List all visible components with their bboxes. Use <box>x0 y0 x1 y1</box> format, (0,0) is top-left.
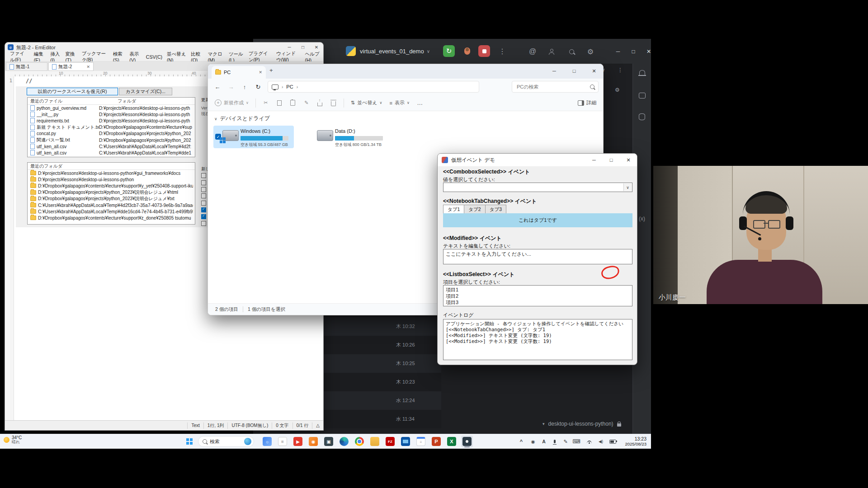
tab-untitled-1[interactable]: 無題-1 <box>6 62 47 71</box>
tab-untitled-2[interactable]: 無題-2 ✕ <box>48 62 94 71</box>
rerun-button[interactable]: ↻ <box>443 45 455 57</box>
sort-button[interactable]: ⇅ 並べ替え ∨ <box>349 99 385 106</box>
tk-titlebar[interactable]: 仮想イベント デモ ─ □ ✕ <box>438 154 637 166</box>
delete-button[interactable] <box>328 98 339 108</box>
minimize-button[interactable]: ─ <box>585 154 603 166</box>
tab-3[interactable]: タブ3 <box>486 205 506 214</box>
list-item[interactable]: 木 10:26 <box>324 336 441 354</box>
menu-tools[interactable]: ツール(L) <box>226 51 246 63</box>
minimize-button[interactable]: ─ <box>610 39 626 64</box>
checkbox-icon[interactable] <box>201 180 206 185</box>
volume-tray-icon[interactable]: ◀) <box>596 434 606 449</box>
address-bar[interactable]: › PC › <box>268 81 479 93</box>
menu-edit[interactable]: 編集(E) <box>32 51 48 63</box>
recent-file-row[interactable]: 関連パス一覧.txtD:¥Dropbox¥galapagos¥projects¥… <box>28 137 195 143</box>
menu-search[interactable]: 検索(S) <box>111 51 127 63</box>
recent-folder-row[interactable]: C:¥Users¥kbrah¥AppData¥Local¥Temp¥4d2f3c… <box>28 202 195 208</box>
more-options-button[interactable]: … <box>415 98 425 108</box>
menu-compare[interactable]: 比較(O) <box>189 51 205 63</box>
recent-folder-row[interactable]: D:¥Dropbox¥galapagos¥contents¥lecture¥su… <box>28 183 195 189</box>
details-pane-toggle[interactable]: 詳細 <box>576 99 599 106</box>
taskbar-icon-documents[interactable]: ≡ <box>277 436 288 447</box>
stop-button[interactable] <box>478 45 490 57</box>
database-icon[interactable] <box>633 113 651 120</box>
taskbar-icon-widgets[interactable]: ☼ <box>261 436 273 447</box>
checkbox-icon[interactable] <box>201 221 206 226</box>
share-button[interactable] <box>315 98 326 108</box>
recent-file-row[interactable]: __init__.pyD:¥projects¥lessons¥desktop-u… <box>28 111 195 117</box>
cut-button[interactable]: ✂ <box>260 98 271 108</box>
breadcrumb[interactable]: PC <box>286 84 293 89</box>
taskbar-icon-filezilla[interactable]: FZ <box>384 436 396 447</box>
new-item-button[interactable]: + 新規作成 ∨ <box>212 99 251 106</box>
recent-file-row[interactable]: python_gui_overview.mdD:¥projects¥lesson… <box>28 105 195 111</box>
refresh-button[interactable]: ↻ <box>251 84 265 90</box>
search-input[interactable] <box>516 84 590 90</box>
taskbar-icon-excel[interactable]: X <box>446 436 458 447</box>
menu-sort[interactable]: 並べ替え(N) <box>165 51 189 63</box>
recent-folder-row[interactable]: C:¥Users¥kbrah¥AppData¥Local¥Temp¥dde16c… <box>28 208 195 215</box>
forward-button[interactable]: → <box>224 84 238 90</box>
menu-macros[interactable]: マクロ(M) <box>206 51 226 63</box>
copy-button[interactable] <box>274 98 285 108</box>
rename-button[interactable]: ✎ <box>301 98 312 108</box>
listbox-item[interactable]: 項目3 <box>446 299 630 305</box>
search-icon[interactable] <box>565 45 578 58</box>
taskbar-icon-notepad[interactable]: ≡ <box>415 436 427 447</box>
menu-csv[interactable]: CSV(C) <box>144 54 165 60</box>
recent-file-row[interactable]: concat.pyD:¥Dropbox¥galapagos¥projects¥p… <box>28 131 195 137</box>
checkbox-checked-icon[interactable] <box>201 207 206 212</box>
recent-folder-row[interactable]: D:¥Dropbox¥galapagos¥projects¥python_202… <box>28 189 195 196</box>
recent-folder-row[interactable]: D:¥Dropbox¥galapagos¥contents¥lecture¥su… <box>28 215 195 221</box>
drive-windows-c[interactable]: ✓ Windows (C:) 空き領域 55.3 GB/487 GB <box>213 126 294 148</box>
restore-workspace-button[interactable]: 以前のワークスペースを復元(R) <box>27 88 118 95</box>
taskbar-icon-photos[interactable]: ◉ <box>307 436 319 447</box>
menu-convert[interactable]: 変換(T) <box>63 51 80 63</box>
recent-folder-row[interactable]: D:¥projects¥lessons¥desktop-ui-lessons-p… <box>28 170 195 176</box>
taskbar-clock[interactable]: 13:23 2025/08/23 <box>625 436 646 446</box>
maximize-button[interactable]: □ <box>626 39 641 64</box>
close-button[interactable]: ✕ <box>641 39 656 64</box>
debug-button[interactable] <box>461 45 473 57</box>
weather-widget[interactable]: 34°C 晴れ <box>4 436 22 444</box>
paste-button[interactable] <box>288 98 298 108</box>
listbox[interactable]: 項目1 項目2 項目3 <box>443 285 632 306</box>
close-button[interactable]: ✕ <box>585 64 603 78</box>
start-button[interactable] <box>186 438 193 445</box>
recent-file-row[interactable]: utf_ken_all.csvC:¥Users¥kbrah¥AppData¥Lo… <box>28 150 195 156</box>
hidden-icons-chevron[interactable]: ^ <box>516 434 526 449</box>
taskbar-icon-powerpoint[interactable]: P <box>430 436 442 447</box>
explorer-search-box[interactable] <box>512 81 599 93</box>
combobox[interactable]: ∨ <box>443 183 632 192</box>
mic-tray-icon[interactable] <box>550 434 560 449</box>
add-user-icon[interactable] <box>545 45 558 58</box>
list-item[interactable]: 水 11:34 <box>324 410 441 428</box>
maximize-button[interactable]: □ <box>565 64 583 78</box>
taskbar-icon-remote-desktop[interactable] <box>400 436 411 447</box>
tab-1[interactable]: タブ1 <box>443 205 464 214</box>
checkbox-icon[interactable] <box>201 201 206 206</box>
menu-insert[interactable]: 挿入(I) <box>48 51 63 63</box>
up-button[interactable]: ↑ <box>238 84 251 90</box>
wifi-tray-icon[interactable] <box>584 434 594 449</box>
checkbox-icon[interactable] <box>201 187 206 192</box>
recent-file-row[interactable]: utf_ken_all.csvC:¥Users¥kbrah¥AppData¥Lo… <box>28 143 195 150</box>
maximize-button[interactable]: □ <box>603 154 620 166</box>
copilot-icon[interactable]: @ <box>526 45 539 58</box>
settings-gear-icon[interactable]: ⚙ <box>584 45 597 58</box>
drive-data-d[interactable]: Data (D:) 空き領域 800 GB/1.34 TB <box>308 126 388 148</box>
list-item[interactable]: 木 10:23 <box>324 373 441 391</box>
recent-file-row[interactable]: requirements.txtD:¥projects¥lessons¥desk… <box>28 117 195 124</box>
text-widget[interactable]: ここにテキストを入力してください... <box>443 249 632 264</box>
checkbox-checked-icon[interactable] <box>201 214 206 219</box>
devices-and-drives-header[interactable]: ∨ デバイスとドライブ <box>214 115 270 122</box>
event-log[interactable]: アプリケーション開始 - 各ウィジェットを操作してイベントを確認してください [… <box>443 319 632 360</box>
camera-tray-icon[interactable]: ◉ <box>528 434 538 449</box>
list-item[interactable]: 木 10:32 <box>324 317 441 336</box>
editor-kebab-icon[interactable]: ⋮ <box>618 67 623 73</box>
recent-file-row[interactable]: 新規 テキスト ドキュメント.txtD:¥Dropbox¥galapagos¥c… <box>28 124 195 131</box>
listbox-item[interactable]: 項目2 <box>446 293 630 299</box>
new-tab-button[interactable]: + <box>269 67 273 74</box>
customize-button[interactable]: カスタマイズ(C)... <box>119 88 172 95</box>
back-button[interactable]: ← <box>211 84 224 90</box>
